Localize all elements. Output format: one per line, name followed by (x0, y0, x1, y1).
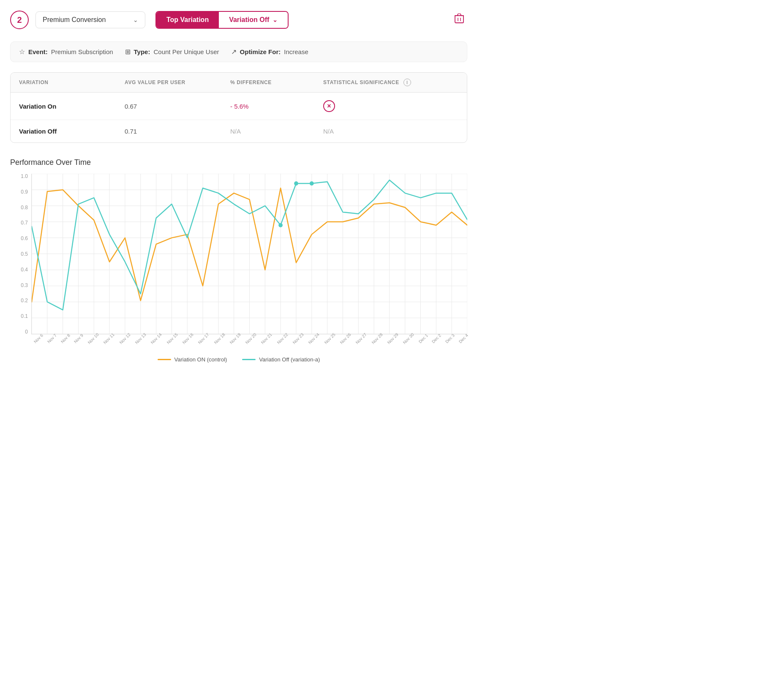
pct-diff-on: - 5.6% (230, 103, 323, 110)
teal-dot (294, 181, 298, 186)
dropdown-arrow-icon: ⌄ (272, 16, 278, 23)
teal-dot (310, 181, 314, 186)
header-row: 2 Premium Conversion ⌄ Top Variation Var… (10, 10, 467, 30)
trend-up-icon: ↗ (231, 48, 237, 56)
variation-name-on: Variation On (19, 103, 125, 110)
stat-sig-on: × (323, 100, 458, 112)
pct-diff-off: N/A (230, 128, 323, 135)
col-variation: VARIATION (19, 79, 125, 86)
type-info: ⊞ Type: Count Per Unique User (125, 48, 219, 56)
legend-orange-line (158, 359, 171, 360)
star-icon: ☆ (19, 48, 25, 56)
metric-dropdown[interactable]: Premium Conversion ⌄ (35, 11, 145, 28)
chart-svg-area (31, 174, 467, 334)
svg-rect-0 (455, 16, 463, 23)
teal-dot (278, 223, 283, 227)
col-pct-diff: % DIFFERENCE (230, 79, 323, 86)
legend-teal: Variation Off (variation-a) (242, 356, 320, 363)
table-row: Variation On 0.67 - 5.6% × (11, 93, 467, 120)
info-icon: i (403, 79, 411, 86)
optimize-info: ↗ Optimize For: Increase (231, 48, 308, 56)
avg-value-on: 0.67 (125, 103, 230, 110)
col-avg-value: AVG VALUE PER USER (125, 79, 230, 86)
calculator-icon: ⊞ (125, 48, 131, 56)
legend-teal-label: Variation Off (variation-a) (259, 356, 320, 363)
chart-x-axis: Nov 6 Nov 7 Nov 8 Nov 9 Nov 10 Nov 11 No… (31, 334, 467, 351)
chart-legend: Variation ON (control) Variation Off (va… (10, 356, 467, 363)
col-stat-sig: STATISTICAL SIGNIFICANCE i (323, 79, 458, 86)
metric-label: Premium Conversion (43, 16, 106, 24)
variation-name-off: Variation Off (19, 128, 125, 135)
table-header: VARIATION AVG VALUE PER USER % DIFFERENC… (11, 73, 467, 93)
variation-tabs: Top Variation Variation Off ⌄ (155, 11, 289, 29)
performance-chart (32, 174, 467, 334)
variation-off-tab[interactable]: Variation Off ⌄ (219, 12, 288, 28)
chart-y-axis: 0 0.1 0.2 0.3 0.4 0.5 0.6 0.7 0.8 0.9 1.… (10, 174, 31, 334)
event-info: ☆ Event: Premium Subscription (19, 48, 113, 56)
step-badge: 2 (10, 11, 29, 29)
legend-orange-label: Variation ON (control) (174, 356, 227, 363)
avg-value-off: 0.71 (125, 128, 230, 135)
delete-button[interactable] (451, 10, 467, 30)
table-row: Variation Off 0.71 N/A N/A (11, 120, 467, 142)
chart-title: Performance Over Time (10, 158, 467, 167)
chevron-down-icon: ⌄ (133, 16, 138, 23)
data-table: VARIATION AVG VALUE PER USER % DIFFERENC… (10, 72, 467, 143)
chart-container: 0 0.1 0.2 0.3 0.4 0.5 0.6 0.7 0.8 0.9 1.… (10, 174, 467, 351)
top-variation-tab[interactable]: Top Variation (156, 12, 219, 28)
legend-teal-line (242, 359, 256, 360)
stat-sig-negative-icon: × (323, 100, 335, 112)
legend-orange: Variation ON (control) (158, 356, 227, 363)
info-bar: ☆ Event: Premium Subscription ⊞ Type: Co… (10, 41, 467, 62)
chart-section: Performance Over Time 0 0.1 0.2 0.3 0.4 … (10, 158, 467, 363)
stat-sig-off: N/A (323, 128, 458, 135)
